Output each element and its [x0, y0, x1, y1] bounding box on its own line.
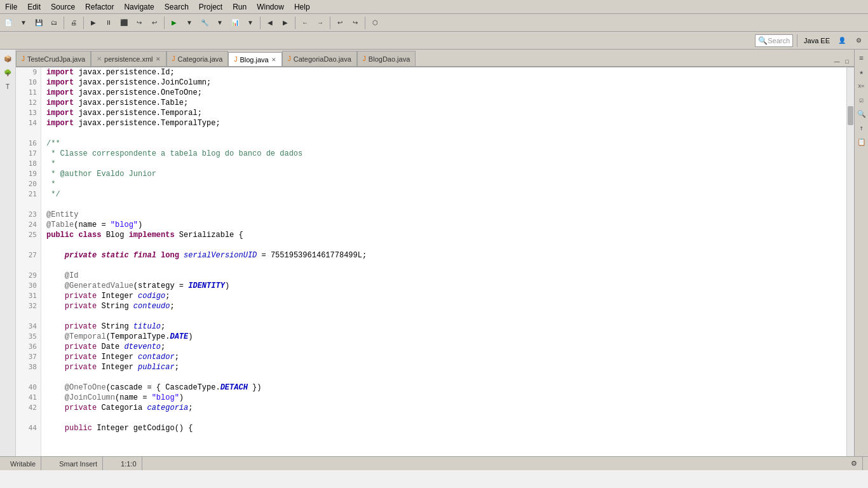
tab-blog[interactable]: J Blog.java ✕ — [228, 52, 281, 67]
sidebar-icon-hierarchy[interactable]: 🌳 — [1, 66, 14, 79]
dropdown-btn[interactable]: ▼ — [17, 16, 31, 30]
menu-search[interactable]: Search — [159, 1, 194, 13]
ln-27: 27 — [16, 250, 41, 261]
tab-icon-persistence: ✕ — [97, 55, 102, 62]
perspective-config-btn[interactable]: ⚙ — [851, 34, 865, 48]
step2-btn[interactable]: ↩ — [147, 16, 161, 30]
ln-41: 41 — [16, 393, 41, 403]
close-blog[interactable]: ✕ — [271, 57, 276, 63]
coverage-icon[interactable]: 📋 — [856, 136, 867, 147]
line-19: * @author Evaldo Junior — [46, 170, 156, 179]
open-type-btn[interactable]: ⬡ — [368, 16, 382, 30]
ln-20: 20 — [16, 179, 41, 189]
sep4 — [260, 17, 261, 29]
tab-label-blogdao: BlogDao.java — [369, 55, 410, 63]
tab-blogdao[interactable]: J BlogDao.java — [357, 51, 416, 66]
tab-minimize[interactable]: — — [832, 57, 841, 66]
cov-dd-btn[interactable]: ▼ — [243, 16, 257, 30]
ln-23: 23 — [16, 210, 41, 220]
run-btn[interactable]: ▶ — [167, 16, 181, 30]
status-writable: Writable — [5, 457, 41, 470]
new-button[interactable]: 📄 — [1, 16, 15, 30]
tab-categoria[interactable]: J Categoria.java — [166, 51, 229, 66]
top-bar: 🔍 Search Java EE 👤 ⚙ — [0, 32, 868, 50]
ln-9: 9 — [16, 67, 41, 78]
line-29: @Id — [46, 271, 78, 280]
outline-icon[interactable]: ≡ — [856, 52, 867, 64]
tab-label-blog: Blog.java — [240, 56, 268, 64]
menu-file[interactable]: File — [0, 1, 22, 13]
task-icon[interactable]: ☑ — [856, 94, 867, 105]
step-btn[interactable]: ↪ — [132, 16, 146, 30]
line-numbers: 9 10 11 12 13 14 16 17 18 19 20 21 23 24… — [16, 67, 41, 456]
ln-21: 21 — [16, 189, 41, 200]
tab-categoriadao[interactable]: J CategoriaDao.java — [282, 51, 357, 66]
menu-navigate[interactable]: Navigate — [119, 1, 159, 13]
line-14: import javax.persistence.TemporalType; — [46, 119, 220, 128]
line-22 — [46, 200, 51, 209]
ln-11: 11 — [16, 88, 41, 98]
line-43 — [46, 414, 51, 423]
menu-run[interactable]: Run — [227, 1, 252, 13]
line-33 — [46, 312, 51, 321]
menu-project[interactable]: Project — [194, 1, 227, 13]
save-all-button[interactable]: 🗂 — [47, 16, 61, 30]
tab-maximize[interactable]: □ — [843, 57, 851, 66]
pause-btn[interactable]: ⏸ — [102, 16, 116, 30]
menu-window[interactable]: Window — [252, 1, 289, 13]
status-insert: Smart Insert — [54, 457, 103, 470]
perspective-btn[interactable]: 👤 — [835, 34, 849, 48]
tab-testecrudjpa[interactable]: J TesteCrudJpa.java — [16, 51, 91, 66]
ext-dd-btn[interactable]: ▼ — [213, 16, 227, 30]
redo-btn[interactable]: ↪ — [348, 16, 362, 30]
line-44: public Integer getCodigo() { — [46, 424, 193, 433]
left-sidebar: 📦 🌳 T — [0, 50, 16, 456]
stop-btn[interactable]: ⬛ — [117, 16, 131, 30]
line-13: import javax.persistence.Temporal; — [46, 109, 202, 118]
ln-38: 38 — [16, 362, 41, 372]
line-31: private Integer codigo; — [46, 292, 170, 301]
ln-39 — [16, 372, 41, 383]
cov-btn[interactable]: 📊 — [228, 16, 242, 30]
search-placeholder: Search — [768, 37, 790, 44]
code-content[interactable]: import javax.persistence.Id; import java… — [41, 67, 846, 456]
editor-scrollbar[interactable] — [846, 67, 854, 456]
menu-help[interactable]: Help — [289, 1, 315, 13]
run-dd-btn[interactable]: ▼ — [182, 16, 196, 30]
nav-fwd-btn[interactable]: → — [313, 16, 327, 30]
search2-icon[interactable]: 🔍 — [856, 108, 867, 119]
line-17: * Classe correspondente a tabela blog do… — [46, 149, 302, 158]
menu-source[interactable]: Source — [46, 1, 80, 13]
debug-btn[interactable]: ▶ — [86, 16, 100, 30]
line-18: * — [46, 159, 55, 168]
save-button[interactable]: 💾 — [32, 16, 46, 30]
menu-edit[interactable]: Edit — [22, 1, 46, 13]
bookmark-icon[interactable]: ★ — [856, 66, 867, 78]
next-btn[interactable]: ▶ — [278, 16, 292, 30]
menu-refactor[interactable]: Refactor — [80, 1, 119, 13]
ext-btn[interactable]: 🔧 — [198, 16, 212, 30]
undo-btn[interactable]: ↩ — [333, 16, 347, 30]
git-icon[interactable]: ↑ — [856, 122, 867, 133]
nav-back-btn[interactable]: ← — [298, 16, 312, 30]
print-btn[interactable]: 🖨 — [67, 16, 81, 30]
line-16: /** — [46, 139, 60, 148]
top-sep — [797, 34, 797, 47]
search-box[interactable]: 🔍 Search — [755, 34, 793, 47]
sidebar-icon-package[interactable]: 📦 — [1, 52, 14, 65]
sidebar-icon-type[interactable]: T — [1, 80, 14, 93]
ln-12: 12 — [16, 98, 41, 108]
line-34: private String titulo; — [46, 322, 165, 331]
line-37: private Integer contador; — [46, 353, 179, 362]
variable-icon[interactable]: x= — [856, 80, 867, 92]
tab-icon-categoria: J — [172, 55, 175, 62]
line-30: @GeneratedValue(strategy = IDENTITY) — [46, 281, 229, 290]
close-persistence[interactable]: ✕ — [156, 56, 161, 62]
status-settings[interactable]: ⚙ — [846, 457, 863, 470]
prev-btn[interactable]: ◀ — [263, 16, 277, 30]
tab-persistence[interactable]: ✕ persistence.xml ✕ — [91, 51, 166, 66]
status-position: 1:1:0 — [116, 457, 142, 470]
ln-17: 17 — [16, 149, 41, 159]
ln-31: 31 — [16, 291, 41, 301]
ln-15 — [16, 128, 41, 139]
